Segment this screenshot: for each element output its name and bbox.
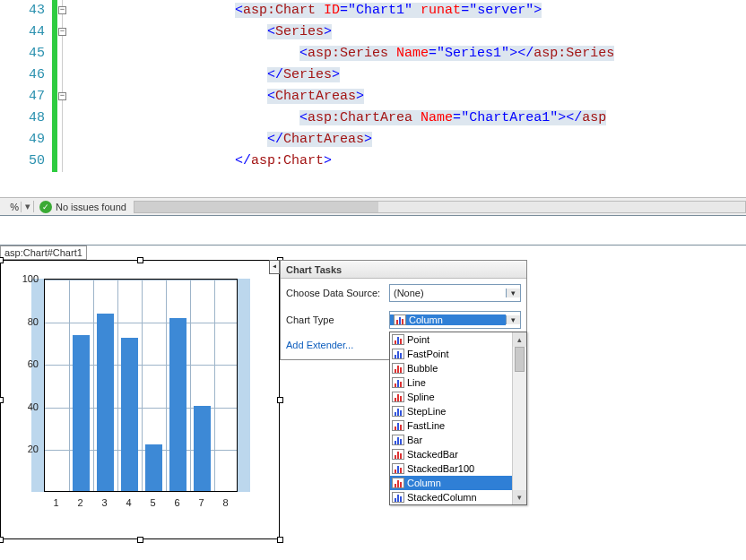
charttype-option[interactable]: Bubble: [390, 361, 526, 375]
chart-bar: [97, 314, 113, 491]
x-tick: 6: [174, 497, 179, 508]
charttype-option[interactable]: FastLine: [390, 418, 526, 433]
chart-preview: 2040608010012345678: [10, 271, 254, 512]
x-tick: 5: [150, 497, 155, 508]
status-bar: % ▾ ✓ No issues found: [0, 197, 746, 215]
charttype-option[interactable]: Column: [390, 476, 526, 490]
code-line[interactable]: 49 </ChartAreas>: [0, 129, 746, 151]
y-tick: 40: [12, 401, 39, 412]
charttype-option[interactable]: FastPoint: [390, 347, 526, 361]
fold-toggle[interactable]: −: [58, 28, 66, 36]
charttype-option[interactable]: Spline: [390, 390, 526, 404]
charttype-option[interactable]: StackedBar100: [390, 461, 526, 476]
x-tick: 2: [77, 497, 82, 508]
charttype-option[interactable]: StackedColumn: [390, 490, 526, 504]
chart-bar: [121, 338, 137, 491]
designer-surface[interactable]: asp:Chart#Chart1 2040608010012345678 ◂ C…: [0, 246, 746, 555]
smart-tag-toggle[interactable]: ◂: [269, 260, 280, 274]
chart-bar: [169, 318, 186, 491]
x-tick: 1: [53, 497, 58, 508]
y-tick: 60: [12, 358, 39, 369]
charttype-option[interactable]: StepLine: [390, 404, 526, 418]
zoom-percent[interactable]: %: [0, 202, 22, 212]
x-tick: 8: [222, 497, 228, 508]
resize-handle[interactable]: [137, 257, 143, 263]
y-tick: 80: [12, 316, 39, 327]
code-line[interactable]: 48 <asp:ChartArea Name="ChartArea1"></as…: [0, 108, 746, 129]
code-line[interactable]: 45 <asp:Series Name="Series1"></asp:Seri…: [0, 43, 746, 65]
chart-bar: [194, 406, 210, 491]
code-line[interactable]: 47− <ChartAreas>: [0, 86, 746, 108]
chevron-down-icon[interactable]: ▾: [506, 289, 520, 297]
resize-handle[interactable]: [0, 397, 4, 403]
check-icon: ✓: [39, 201, 52, 213]
chart-bar: [73, 335, 89, 491]
code-line[interactable]: 50 </asp:Chart>: [0, 151, 746, 172]
code-editor[interactable]: 43− <asp:Chart ID="Chart1" runat="server…: [0, 0, 746, 197]
horizontal-scrollbar[interactable]: [134, 201, 746, 213]
y-tick: 20: [12, 444, 39, 454]
datasource-label: Choose Data Source:: [286, 288, 389, 298]
code-line[interactable]: 43− <asp:Chart ID="Chart1" runat="server…: [0, 0, 746, 22]
fold-toggle[interactable]: −: [58, 6, 66, 14]
zoom-dropdown[interactable]: ▾: [22, 201, 34, 212]
charttype-option[interactable]: StackedBar: [390, 447, 526, 461]
resize-handle[interactable]: [0, 257, 4, 263]
resize-handle[interactable]: [137, 537, 143, 543]
charttype-label: Chart Type: [286, 314, 389, 325]
resize-handle[interactable]: [277, 537, 283, 543]
issues-text: No issues found: [56, 202, 126, 212]
charttype-option[interactable]: Line: [390, 375, 526, 390]
x-tick: 3: [101, 497, 107, 508]
code-line[interactable]: 46 </Series>: [0, 65, 746, 86]
charttype-options-list[interactable]: ▴ ▾ PointFastPointBubbleLineSplineStepLi…: [389, 332, 527, 505]
charttype-option[interactable]: Point: [390, 332, 526, 347]
code-line[interactable]: 44− <Series>: [0, 22, 746, 43]
x-tick: 4: [126, 497, 131, 508]
fold-toggle[interactable]: −: [58, 92, 66, 100]
panel-title: Chart Tasks: [281, 261, 526, 279]
chart-bar: [145, 444, 161, 491]
charttype-option[interactable]: Bar: [390, 433, 526, 447]
resize-handle[interactable]: [0, 537, 4, 543]
chevron-down-icon[interactable]: ▾: [506, 315, 520, 324]
datasource-dropdown[interactable]: (None) ▾: [389, 284, 521, 302]
charttype-dropdown[interactable]: Column ▾: [389, 311, 521, 329]
chart-control[interactable]: 2040608010012345678: [0, 260, 280, 539]
list-scrollbar[interactable]: ▴ ▾: [512, 332, 526, 504]
x-tick: 7: [198, 497, 204, 508]
selection-tag: asp:Chart#Chart1: [0, 246, 87, 260]
resize-handle[interactable]: [277, 397, 283, 403]
y-tick: 100: [12, 273, 39, 284]
